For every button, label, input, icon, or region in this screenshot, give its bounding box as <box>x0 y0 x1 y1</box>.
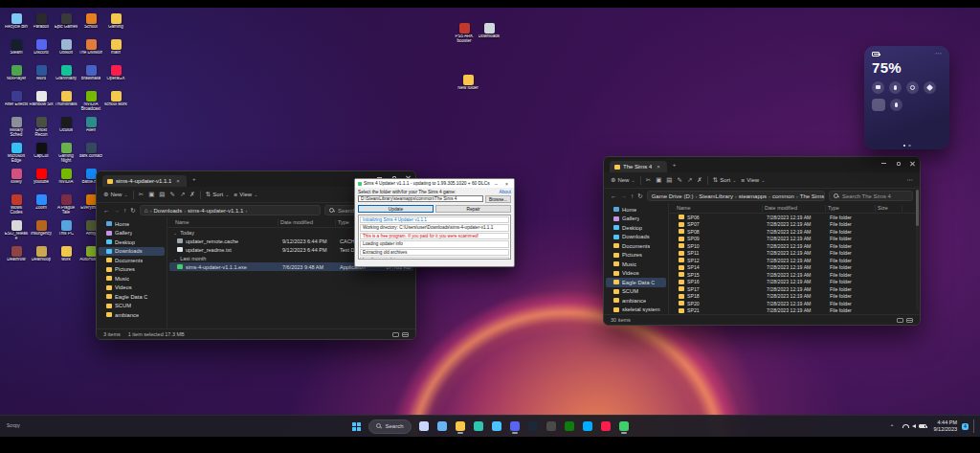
taskbar-search[interactable]: Search <box>368 419 411 434</box>
repair-button[interactable]: Repair <box>435 205 511 213</box>
large-icons-view-icon[interactable] <box>906 318 913 323</box>
desktop-icon[interactable]: NVIDIA Broadcast <box>78 89 103 115</box>
forward-button[interactable]: → <box>621 193 628 199</box>
desktop-icon[interactable]: Ghost Recon <box>29 115 54 141</box>
rotation-toggle-button[interactable] <box>924 81 936 94</box>
new-tab-button[interactable]: + <box>671 162 679 168</box>
copy-icon[interactable]: ▣ <box>148 191 154 198</box>
maximize-button[interactable] <box>891 157 905 170</box>
desktop[interactable]: Recycle Bin Steam NoxPlayer After Effect… <box>0 8 980 437</box>
column-header[interactable]: Type <box>826 205 876 212</box>
desktop-icon[interactable]: A Plague Tale <box>54 193 78 218</box>
desktop-icon[interactable]: NoxPlayer <box>4 63 29 89</box>
sidebar-item[interactable]: Eagle Data C <box>606 278 666 287</box>
delete-icon[interactable]: ✗ <box>697 176 702 184</box>
refresh-button[interactable]: ↻ <box>130 207 135 215</box>
sidebar-item[interactable]: Music <box>606 260 666 269</box>
view-button[interactable]: ≡View⌄ <box>234 192 257 198</box>
sound-toggle-button[interactable] <box>906 81 919 94</box>
breadcrumb-item[interactable]: Downloads <box>153 208 182 214</box>
explorer-window-sims4-folder[interactable]: The Sims 4 × + ⊕New⌄ ✂ ▣ ▤ ✎ ↗ ✗ ⇅Sort⌄ … <box>603 156 921 326</box>
titlebar[interactable]: The Sims 4 × + <box>604 157 920 172</box>
explorer-tab[interactable]: sims-4-updater-v1.1.1 × <box>102 175 187 187</box>
sidebar-item[interactable]: Downloads <box>99 247 165 257</box>
new-tab-button[interactable]: + <box>190 176 198 182</box>
taskbar-app-icon[interactable] <box>544 418 559 435</box>
desktop-icon[interactable]: ESO_release <box>4 218 29 244</box>
flashlight-toggle-button[interactable] <box>890 99 902 111</box>
column-header[interactable]: Date modified <box>763 205 826 212</box>
desktop-icon[interactable]: Oculus <box>54 115 78 141</box>
scrollbar[interactable] <box>916 186 919 311</box>
sidebar-item[interactable]: SCUM <box>99 302 165 311</box>
copy-icon[interactable]: ▣ <box>656 176 661 184</box>
tab-close-icon[interactable]: × <box>174 178 182 184</box>
minimize-button[interactable]: – <box>492 181 501 187</box>
clock[interactable]: 4:44 PM 9/12/2023 <box>934 419 957 433</box>
desktop-icon[interactable]: Gaming Night <box>54 141 78 167</box>
up-button[interactable]: ↑ <box>631 193 634 199</box>
desktop-icon-new-folder[interactable]: New folder <box>456 73 480 99</box>
desktop-icon[interactable]: work <box>54 244 78 270</box>
taskbar-app-icon[interactable] <box>562 418 577 435</box>
breadcrumb-item[interactable]: steamapps <box>739 193 767 199</box>
desktop-icon[interactable]: NVIDIA <box>54 167 78 193</box>
camera-toggle-button[interactable] <box>872 81 884 94</box>
file-row[interactable]: SP15 7/28/2023 12:19 AM File folder <box>671 271 918 279</box>
desktop-icon[interactable]: CapCut <box>29 141 54 167</box>
details-view-icon[interactable] <box>897 318 903 323</box>
file-row[interactable]: SP06 7/28/2023 12:19 AM File folder <box>671 214 918 221</box>
back-button[interactable]: ← <box>103 207 110 214</box>
sidebar-item[interactable]: Documents <box>99 256 165 265</box>
taskbar-app-icon[interactable] <box>471 418 486 435</box>
up-button[interactable]: ↑ <box>123 207 126 214</box>
column-header[interactable]: Name <box>173 219 278 226</box>
paste-icon[interactable]: ▤ <box>666 176 672 184</box>
column-header[interactable]: Size <box>876 205 902 212</box>
refresh-button[interactable]: ↻ <box>637 193 642 200</box>
file-row[interactable]: SP17 7/28/2023 12:19 AM File folder <box>671 285 918 293</box>
desktop-icon[interactable]: Gaming <box>103 11 128 37</box>
sidebar-item[interactable]: Gallery <box>99 229 165 238</box>
mic-toggle-button[interactable] <box>889 81 902 94</box>
sidebar-item[interactable]: ambiance <box>99 310 165 320</box>
sidebar-item[interactable]: Pictures <box>99 265 165 275</box>
breadcrumb-item[interactable]: The Sims 4 <box>800 193 825 199</box>
dialog-titlebar[interactable]: Sims 4 Updater v1.1.1 - updating to 1.99… <box>355 179 514 188</box>
more-options-icon[interactable]: ⋯ <box>907 176 914 184</box>
desktop-icon[interactable]: math <box>103 37 128 63</box>
taskbar[interactable]: Scrcpy Search <box>0 415 980 437</box>
desktop-icon[interactable]: Epic Games <box>54 11 78 37</box>
sidebar-item[interactable]: Videos <box>606 269 666 279</box>
forward-button[interactable]: → <box>114 207 121 214</box>
file-row[interactable]: SP18 7/28/2023 12:19 AM File folder <box>671 293 918 301</box>
desktop-icon[interactable]: Word <box>29 63 54 89</box>
taskbar-app-icon[interactable] <box>453 418 468 435</box>
browse-button[interactable]: Browse... <box>485 195 511 203</box>
new-button[interactable]: ⊕New⌄ <box>103 191 128 198</box>
start-button[interactable] <box>348 418 364 435</box>
taskbar-app-icon[interactable] <box>434 418 450 435</box>
close-button[interactable]: × <box>502 181 511 187</box>
more-options-icon[interactable]: ⋯ <box>935 52 942 56</box>
desktop-icon[interactable]: Deathrow <box>4 244 29 270</box>
sidebar-item[interactable]: SCUM <box>606 287 666 297</box>
rename-icon[interactable]: ✎ <box>677 176 681 184</box>
tab-close-icon[interactable]: × <box>655 164 662 170</box>
show-desktop-button[interactable] <box>973 419 976 433</box>
game-path-input[interactable] <box>358 195 483 202</box>
desktop-icon[interactable]: PS5 ARK booster <box>452 21 477 47</box>
cut-icon[interactable]: ✂ <box>139 191 144 198</box>
sidebar-item[interactable]: Music <box>99 274 165 283</box>
sidebar-item[interactable]: Downloads <box>606 233 666 242</box>
breadcrumb-item[interactable]: SteamLibrary <box>699 193 733 199</box>
taskbar-app-icon[interactable] <box>507 418 523 435</box>
file-row[interactable]: SP21 7/28/2023 12:19 AM File folder <box>671 307 918 315</box>
tray-chevron-icon[interactable]: ⌃ <box>890 423 895 430</box>
file-row[interactable]: SP07 7/28/2023 12:19 AM File folder <box>671 221 918 229</box>
desktop-icon[interactable]: Microsoft Edge <box>4 141 29 167</box>
desktop-icon[interactable]: Wows Codes <box>4 193 29 218</box>
sidebar-item[interactable]: Home <box>99 219 165 229</box>
address-bar[interactable]: Game Drive (D:)›SteamLibrary›steamapps›c… <box>647 191 825 201</box>
sidebar-item[interactable]: skeletal system <box>606 306 666 315</box>
